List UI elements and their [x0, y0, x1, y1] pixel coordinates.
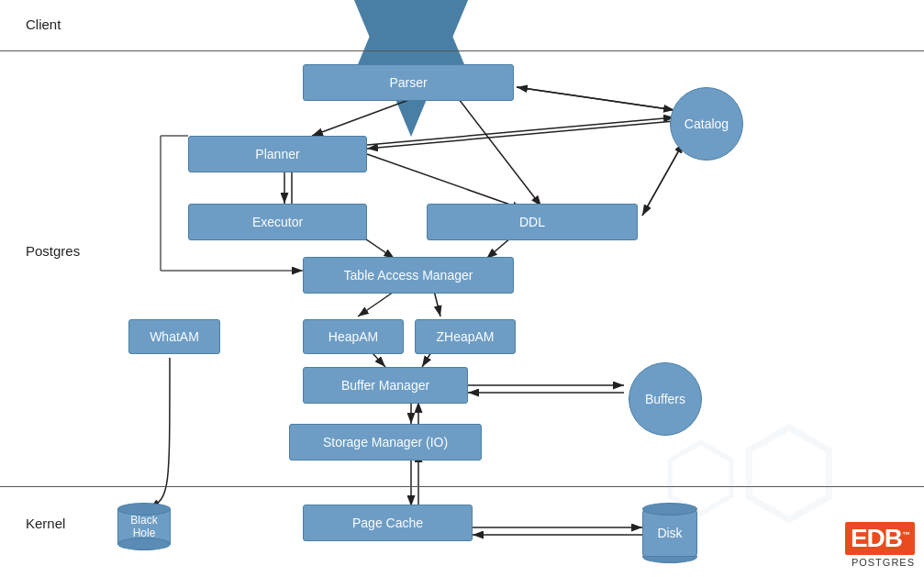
disk-label: Disk	[657, 526, 682, 540]
storage-manager-box: Storage Manager (IO)	[289, 424, 482, 460]
planner-box: Planner	[188, 136, 367, 172]
page-cache-box: Page Cache	[303, 505, 473, 541]
blackhole-top	[117, 503, 171, 516]
svg-line-6	[517, 87, 674, 110]
disk-cylinder: Disk	[642, 503, 697, 563]
postgres-region-label: Postgres	[26, 243, 80, 259]
cylinder-body: Disk	[642, 509, 697, 557]
edb-logo-text: EDB™	[845, 522, 915, 555]
svg-line-8	[367, 121, 674, 149]
cylinder-top	[642, 503, 697, 516]
table-access-manager-box: Table Access Manager	[303, 257, 514, 294]
client-divider	[0, 50, 924, 51]
svg-line-11	[312, 99, 411, 136]
buffers-circle: Buffers	[629, 362, 702, 436]
blackhole-cylinder: Black Hole	[117, 503, 171, 550]
svg-line-9	[642, 142, 684, 216]
edb-logo: EDB™ POSTGRES	[845, 522, 915, 568]
executor-box: Executor	[188, 204, 367, 240]
svg-line-15	[459, 99, 541, 206]
blackhole-bottom	[117, 538, 171, 550]
catalog-circle: Catalog	[670, 87, 743, 161]
svg-line-5	[517, 87, 674, 110]
heapam-box: HeapAM	[303, 319, 404, 354]
svg-line-10	[642, 142, 684, 216]
client-region-label: Client	[26, 17, 61, 32]
kernel-region-label: Kernel	[26, 516, 65, 531]
zheapam-box: ZHeapAM	[415, 319, 516, 354]
whatam-box: WhatAM	[128, 319, 220, 354]
ddl-box: DDL	[427, 204, 638, 240]
hex-watermark: ⬡	[737, 412, 841, 531]
svg-line-7	[367, 117, 674, 145]
buffer-manager-box: Buffer Manager	[303, 367, 468, 404]
kernel-divider	[0, 486, 924, 487]
parser-box: Parser	[303, 64, 514, 101]
blackhole-label: Black Hole	[130, 514, 157, 540]
svg-line-12	[367, 154, 523, 209]
edb-tm: ™	[902, 530, 909, 539]
edb-sub-text: POSTGRES	[852, 557, 915, 568]
edb-text: EDB	[851, 524, 902, 552]
